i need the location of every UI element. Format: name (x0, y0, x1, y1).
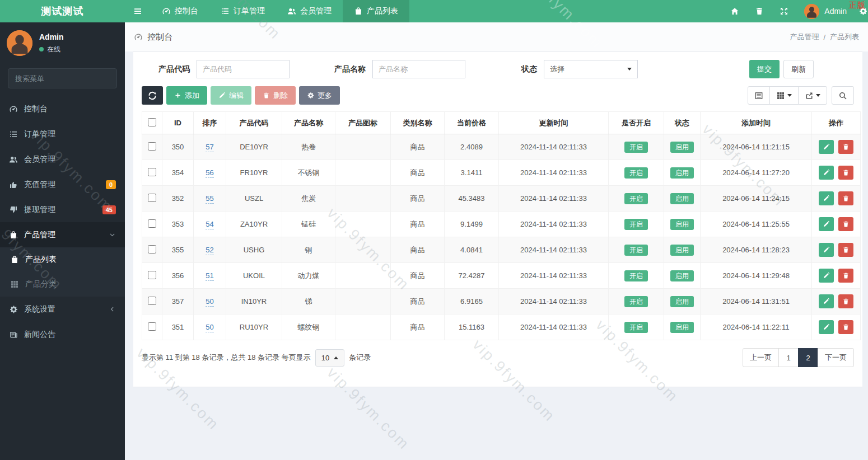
sidebar-item-products[interactable]: 产品管理 (0, 222, 125, 247)
list-icon (9, 130, 18, 139)
page-size-select[interactable]: 10 (315, 349, 344, 367)
sidebar-item-settings[interactable]: 系统设置 (0, 297, 125, 322)
sort-link[interactable]: 51 (206, 271, 213, 281)
row-checkbox[interactable] (148, 297, 156, 305)
sidebar-item-members[interactable]: 会员管理 (0, 147, 125, 172)
fullscreen-button[interactable] (772, 0, 796, 22)
row-delete-button[interactable] (838, 217, 853, 231)
col-header-added[interactable]: 添加时间 (701, 112, 812, 134)
pagination-page-2[interactable]: 2 (798, 348, 818, 367)
sidebar-item-news[interactable]: 新闻公告 (0, 322, 125, 347)
row-checkbox[interactable] (148, 219, 156, 228)
pagination-next[interactable]: 下一页 (818, 348, 854, 367)
sort-link[interactable]: 54 (206, 220, 213, 229)
col-header-icon[interactable]: 产品图标 (335, 112, 391, 134)
col-header-code[interactable]: 产品代码 (226, 112, 282, 134)
sidebar-item-product-list[interactable]: 产品列表 (0, 247, 125, 272)
col-header-name[interactable]: 产品名称 (282, 112, 335, 134)
col-header-id[interactable]: ID (162, 112, 194, 134)
row-checkbox[interactable] (148, 142, 156, 151)
row-edit-button[interactable] (819, 217, 834, 231)
sidebar-item-orders[interactable]: 订单管理 (0, 121, 125, 147)
row-delete-button[interactable] (838, 166, 853, 180)
add-button[interactable]: 添加 (166, 86, 207, 105)
menu-search-input[interactable] (8, 69, 117, 88)
row-edit-button[interactable] (819, 243, 834, 257)
status-badge: 启用 (670, 322, 694, 333)
col-header-category[interactable]: 类别名称 (391, 112, 445, 134)
sidebar-item-dashboard[interactable]: 控制台 (0, 96, 125, 121)
refresh-button[interactable]: 刷新 (783, 60, 814, 78)
row-checkbox[interactable] (148, 168, 156, 176)
row-edit-button[interactable] (819, 269, 834, 283)
reload-button[interactable] (142, 86, 163, 105)
caret-down-icon (787, 94, 792, 97)
status-select[interactable]: 选择 (544, 60, 638, 78)
status-badge: 启用 (670, 270, 694, 281)
row-checkbox[interactable] (148, 322, 156, 331)
sort-link[interactable]: 52 (206, 246, 213, 255)
product-name-input[interactable] (372, 60, 465, 78)
col-header-sort[interactable]: 排序 (194, 112, 226, 134)
row-edit-button[interactable] (819, 140, 834, 154)
home-button[interactable] (722, 0, 747, 22)
topnav-item-members[interactable]: 会员管理 (276, 0, 343, 22)
edit-button-disabled[interactable]: 编辑 (211, 86, 251, 105)
export-button[interactable] (798, 86, 827, 105)
pagination-prev[interactable]: 上一页 (743, 348, 779, 367)
sidebar-toggle-button[interactable] (125, 0, 151, 22)
cell-category: 商品 (391, 237, 445, 263)
more-button[interactable]: 更多 (299, 86, 340, 105)
topnav-item-product-list[interactable]: 产品列表 (343, 0, 409, 22)
submit-button[interactable]: 提交 (749, 60, 780, 78)
col-header-price[interactable]: 当前价格 (445, 112, 499, 134)
search-toggle-button[interactable] (832, 86, 854, 105)
settings-button[interactable] (855, 0, 868, 22)
col-header-open[interactable]: 是否开启 (609, 112, 664, 134)
row-checkbox[interactable] (148, 271, 156, 279)
breadcrumb-item[interactable]: 产品管理 (790, 32, 819, 42)
topnav-item-dashboard[interactable]: 控制台 (151, 0, 209, 22)
edit-button-label: 编辑 (229, 91, 244, 101)
sort-link[interactable]: 57 (206, 143, 213, 152)
sort-link[interactable]: 55 (206, 194, 213, 204)
row-checkbox[interactable] (148, 245, 156, 254)
col-header-status[interactable]: 状态 (664, 112, 701, 134)
row-edit-button[interactable] (819, 320, 834, 334)
sort-link[interactable]: 56 (206, 168, 213, 178)
row-edit-button[interactable] (819, 166, 834, 180)
row-edit-button[interactable] (819, 191, 834, 205)
select-all-checkbox[interactable] (148, 118, 156, 126)
row-edit-button[interactable] (819, 294, 834, 308)
delete-button-disabled[interactable]: 删除 (255, 86, 296, 105)
sidebar-item-recharge[interactable]: 充值管理 0 (0, 172, 125, 197)
topbar-right-actions: Admin (722, 0, 868, 22)
row-delete-button[interactable] (838, 320, 853, 334)
product-code-input[interactable] (197, 60, 290, 78)
sort-link[interactable]: 50 (206, 323, 213, 332)
view-options-group (748, 86, 827, 105)
row-delete-button[interactable] (838, 294, 853, 308)
row-delete-button[interactable] (838, 191, 853, 205)
pagination-page-1[interactable]: 1 (778, 348, 799, 367)
thumb-down-icon (9, 205, 18, 214)
row-checkbox[interactable] (148, 194, 156, 202)
clear-cache-button[interactable] (747, 0, 772, 22)
brand-logo[interactable]: 测试测试 (0, 0, 125, 22)
sidebar-item-product-category[interactable]: 产品分类 (0, 272, 125, 297)
row-delete-button[interactable] (838, 140, 853, 154)
row-delete-button[interactable] (838, 243, 853, 257)
topnav-item-orders[interactable]: 订单管理 (209, 0, 276, 22)
row-select-cell (142, 134, 162, 160)
user-menu[interactable]: Admin (796, 0, 855, 22)
cell-icon (335, 237, 391, 263)
status-select-value: 选择 (550, 64, 564, 74)
sort-link[interactable]: 50 (206, 297, 213, 307)
columns-button[interactable] (769, 86, 799, 105)
cell-code: ZA10YR (226, 212, 282, 237)
sidebar-item-withdraw[interactable]: 提现管理 45 (0, 197, 125, 222)
row-delete-button[interactable] (838, 269, 853, 283)
detail-view-button[interactable] (748, 86, 770, 105)
col-header-updated[interactable]: 更新时间 (499, 112, 609, 134)
breadcrumb-home[interactable]: 控制台 (134, 32, 172, 43)
